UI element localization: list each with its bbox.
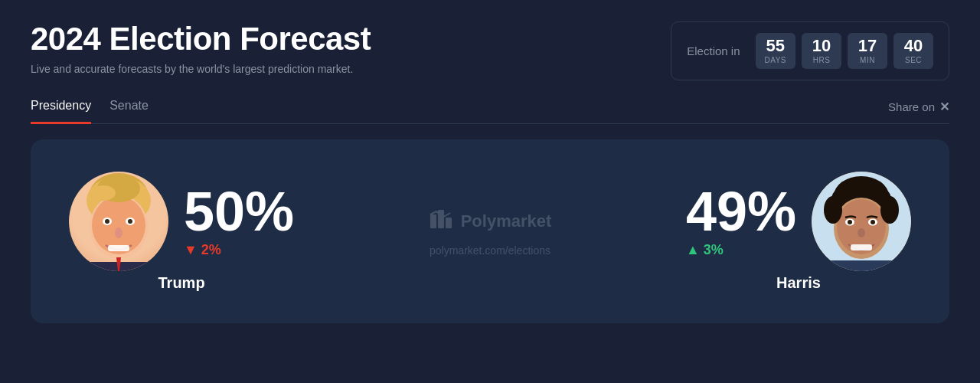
harris-percentage-block: 49% ▲ 3% xyxy=(686,184,796,258)
minutes-value: 17 xyxy=(857,38,878,54)
trump-percentage: 50% xyxy=(184,184,294,239)
polymarket-icon xyxy=(429,207,453,237)
countdown-box: Election in 55 DAYS 10 HRS 17 MIN 40 SEC xyxy=(671,21,949,80)
svg-point-8 xyxy=(115,228,122,238)
x-icon: ✕ xyxy=(939,100,949,114)
svg-point-25 xyxy=(871,220,875,224)
hours-value: 10 xyxy=(811,38,832,54)
trump-avatar-svg xyxy=(69,172,168,271)
svg-point-33 xyxy=(880,196,899,224)
title-block: 2024 Election Forecast Live and accurate… xyxy=(31,21,371,75)
trump-percentage-block: 50% ▼ 2% xyxy=(184,184,294,258)
svg-point-6 xyxy=(105,219,109,224)
svg-rect-31 xyxy=(827,260,896,271)
header-row: 2024 Election Forecast Live and accurate… xyxy=(31,21,949,80)
trump-candidate: 50% ▼ 2% Trump xyxy=(69,172,294,292)
harris-name: Harris xyxy=(776,274,821,292)
seconds-unit: SEC xyxy=(903,56,924,64)
subtitle: Live and accurate forecasts by the world… xyxy=(31,63,371,75)
harris-percentage: 49% xyxy=(686,184,796,239)
harris-avatar xyxy=(812,172,911,271)
seconds-value: 40 xyxy=(903,38,924,54)
share-label: Share on xyxy=(888,100,935,113)
polymarket-name: Polymarket xyxy=(461,211,552,231)
svg-rect-16 xyxy=(446,218,452,228)
forecast-card: 50% ▼ 2% Trump Polymarket polyma xyxy=(31,139,949,323)
svg-rect-14 xyxy=(430,214,436,228)
trump-avatar xyxy=(69,172,168,271)
harris-candidate: 49% ▲ 3% xyxy=(686,172,911,292)
svg-point-13 xyxy=(91,185,116,201)
main-title: 2024 Election Forecast xyxy=(31,21,371,57)
share-button[interactable]: Share on ✕ xyxy=(888,100,949,123)
harris-avatar-svg xyxy=(812,172,911,271)
tab-senate[interactable]: Senate xyxy=(109,99,149,124)
svg-point-26 xyxy=(858,228,865,237)
tabs: Presidency Senate xyxy=(31,99,149,123)
tab-presidency[interactable]: Presidency xyxy=(31,99,91,124)
svg-point-24 xyxy=(848,220,852,224)
harris-row: 49% ▲ 3% xyxy=(686,172,911,271)
polymarket-url: polymarket.com/elections xyxy=(430,244,550,257)
minutes-unit: MIN xyxy=(857,56,878,64)
polymarket-logo-svg xyxy=(429,207,453,231)
svg-rect-9 xyxy=(108,245,129,251)
days-value: 55 xyxy=(765,38,787,54)
svg-rect-15 xyxy=(438,210,444,228)
watermark: Polymarket polymarket.com/elections xyxy=(429,207,552,257)
svg-point-32 xyxy=(824,196,842,224)
countdown-segments: 55 DAYS 10 HRS 17 MIN 40 SEC xyxy=(756,33,934,69)
svg-point-7 xyxy=(128,219,132,224)
svg-rect-27 xyxy=(851,244,872,250)
trump-change: ▼ 2% xyxy=(184,242,221,258)
trump-name: Trump xyxy=(158,274,204,292)
trump-row: 50% ▼ 2% xyxy=(69,172,294,271)
seconds-segment: 40 SEC xyxy=(893,33,933,69)
countdown-label: Election in xyxy=(687,44,740,57)
minutes-segment: 17 MIN xyxy=(848,33,887,69)
days-segment: 55 DAYS xyxy=(756,33,796,69)
polymarket-logo: Polymarket xyxy=(429,207,552,237)
hours-unit: HRS xyxy=(811,56,832,64)
days-unit: DAYS xyxy=(765,56,787,64)
harris-change: ▲ 3% xyxy=(686,242,724,258)
hours-segment: 10 HRS xyxy=(802,33,841,69)
page-wrapper: 2024 Election Forecast Live and accurate… xyxy=(0,0,980,345)
tabs-row: Presidency Senate Share on ✕ xyxy=(31,99,949,124)
